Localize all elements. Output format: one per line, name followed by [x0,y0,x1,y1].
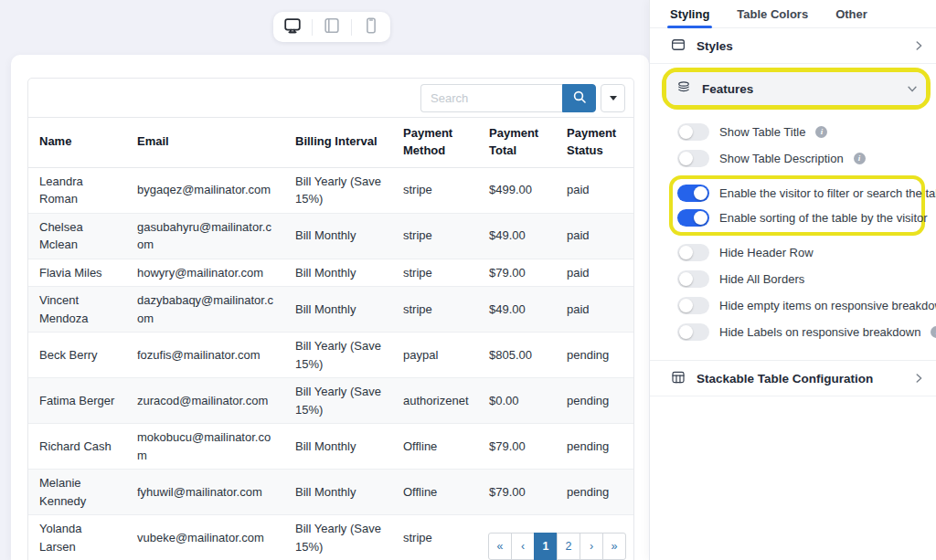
mobile-icon [361,16,381,38]
accordion-features-label: Features [702,82,753,96]
pagination-page-2-button[interactable]: 2 [557,533,580,560]
cell-billing-interval: Bill Yearly (Save 15%) [284,515,392,560]
hide-all-borders-toggle[interactable] [677,270,709,288]
cell-email: fozufis@mailinator.com [126,333,284,377]
toggle-row-enable-sorting: Enable sorting of the table by the visit… [673,206,921,230]
toggle-label: Hide Labels on responsive breakdown [719,325,920,339]
search-input[interactable] [420,84,562,112]
cell-payment-status: pending [556,470,635,514]
cell-email: zuracod@mailinator.com [126,378,284,423]
pagination-page-1-button[interactable]: 1 [534,533,558,560]
pagination-next-button[interactable]: › [580,533,603,560]
table-row: Vincent Mendoza dazybabaqy@mailinator.co… [28,287,633,333]
cell-email: howyry@mailinator.com [126,259,284,287]
table-grid-icon [670,369,686,388]
info-icon[interactable]: i [854,153,866,164]
cell-payment-method: Offline [392,424,478,469]
table-row: Chelsea Mclean gasubahyru@mailinator.com… [28,214,633,259]
toggle-row-enable-filter-search: Enable the visitor to filter or search t… [673,181,921,206]
mobile-view-button[interactable] [352,12,390,42]
device-switcher [273,12,390,42]
cell-payment-total: $805.00 [478,333,556,377]
column-header-payment-status[interactable]: Payment Status [556,118,635,167]
cell-billing-interval: Bill Yearly (Save 15%) [284,333,392,377]
cell-email: fyhuwil@mailinator.com [126,470,284,514]
cell-payment-total: $49.00 [478,214,556,259]
pagination-first-button[interactable]: « [488,533,512,560]
cell-billing-interval: Bill Yearly (Save 15%) [284,168,392,213]
pagination: « ‹ 1 2 › » [488,533,626,560]
toggle-label: Show Table Title [719,125,805,139]
cell-payment-total: $79.00 [478,424,556,469]
accordion-styles[interactable]: Styles [650,28,936,64]
enable-sorting-toggle[interactable] [677,209,709,227]
table-row: Beck Berry fozufis@mailinator.com Bill Y… [28,333,633,378]
tab-styling[interactable]: Styling [670,7,709,21]
show-table-description-toggle[interactable] [677,150,709,167]
info-icon[interactable]: i [815,126,827,138]
settings-panel: Styling Table Colors Other Styles [650,0,936,560]
tab-other[interactable]: Other [835,7,867,21]
hide-empty-items-toggle[interactable] [677,297,709,314]
search-button[interactable] [562,84,596,112]
tablet-view-button[interactable] [313,12,351,42]
pagination-prev-button[interactable]: ‹ [511,533,535,560]
toggle-row-hide-header-row: Hide Header Row [650,239,936,266]
cell-payment-method: authorizenet [392,378,478,423]
toggle-label: Hide All Borders [719,272,804,286]
cell-email: gasubahyru@mailinator.com [126,214,284,259]
cell-email: vubeke@mailinator.com [126,515,284,560]
cell-name: Yolanda Larsen [28,515,126,560]
cell-name: Melanie Kennedy [28,470,126,514]
hide-header-row-toggle[interactable] [677,244,709,261]
cell-name: Chelsea Mclean [28,214,126,259]
column-header-payment-total[interactable]: Payment Total [478,118,556,167]
hide-labels-toggle[interactable] [677,323,709,341]
features-toggle-list: Show Table Title i Show Table Descriptio… [650,113,936,349]
tab-table-colors[interactable]: Table Colors [737,7,808,21]
table-row: Flavia Miles howyry@mailinator.com Bill … [28,259,633,288]
column-header-email[interactable]: Email [126,118,284,167]
table-row: Fatima Berger zuracod@mailinator.com Bil… [28,378,633,424]
search-options-dropdown-button[interactable] [601,84,625,112]
column-header-payment-method[interactable]: Payment Method [392,118,478,167]
accordion-stackable-table-configuration[interactable]: Stackable Table Configuration [650,361,936,396]
column-header-billing-interval[interactable]: Billing Interval [284,118,392,167]
cell-name: Leandra Roman [28,168,126,213]
table-row: Leandra Roman bygaqez@mailinator.com Bil… [28,168,633,214]
toggle-row-hide-labels: Hide Labels on responsive breakdown i [650,319,936,345]
cell-email: mokobucu@mailinator.com [126,424,284,469]
features-highlight-annotation: Features [662,68,931,110]
chevron-down-icon [906,82,919,95]
toggle-row-show-table-title: Show Table Title i [650,119,936,145]
accordion-styles-label: Styles [697,39,733,53]
info-icon[interactable]: i [931,326,936,338]
cell-payment-status: paid [556,214,635,259]
cell-name: Vincent Mendoza [28,287,126,332]
pagination-last-button[interactable]: » [602,533,626,560]
layers-icon [675,79,692,99]
cell-payment-method: stripe [392,287,478,332]
cell-payment-total: $499.00 [478,168,556,213]
table-search-bar [28,79,633,118]
accordion-features[interactable]: Features [666,72,926,105]
settings-tabs: Styling Table Colors Other [650,0,936,28]
toggle-row-show-table-description: Show Table Description i [650,145,936,172]
show-table-title-toggle[interactable] [677,123,709,141]
cell-payment-status: paid [556,168,635,213]
enable-filter-search-toggle[interactable] [677,185,709,202]
cell-payment-total: $79.00 [478,470,556,514]
cell-payment-status: pending [556,424,635,469]
cell-email: dazybabaqy@mailinator.com [126,287,284,332]
data-table: Name Email Billing Interval Payment Meth… [27,78,634,560]
cell-payment-status: paid [556,259,635,287]
toggle-label: Hide empty items on responsive breakdown [719,299,936,312]
cell-name: Fatima Berger [28,378,126,423]
column-header-name[interactable]: Name [28,118,126,167]
table-header-row: Name Email Billing Interval Payment Meth… [28,118,633,168]
cell-payment-method: stripe [392,168,478,213]
desktop-view-button[interactable] [273,12,312,42]
cell-payment-status: paid [556,287,635,332]
toggle-row-hide-empty-items: Hide empty items on responsive breakdown… [650,292,936,319]
cell-payment-method: Offline [392,470,478,514]
